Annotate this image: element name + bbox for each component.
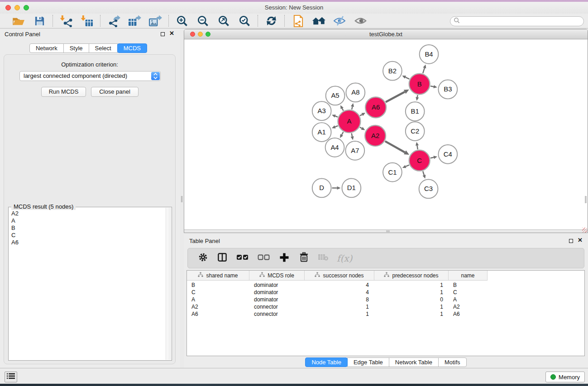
export-network-button[interactable]	[107, 14, 120, 27]
cell-name[interactable]: C	[449, 289, 488, 296]
result-item[interactable]: A	[9, 217, 166, 224]
import-table-button[interactable]	[80, 14, 94, 27]
panel-splitter[interactable]	[180, 29, 184, 368]
float-panel-icon[interactable]	[161, 32, 165, 36]
graph-edge-A-A5[interactable]	[340, 105, 344, 110]
delete-table-button[interactable]	[317, 253, 329, 264]
zoom-selected-button[interactable]	[238, 14, 251, 27]
graph-edge-D-D1[interactable]	[332, 186, 341, 190]
tab-edge-table[interactable]: Edge Table	[347, 357, 389, 367]
cell-successor-nodes[interactable]: 1	[305, 303, 374, 310]
graph-node-A2[interactable]: A2	[365, 125, 386, 146]
show-all-networks-button[interactable]	[312, 14, 325, 27]
network-window-titlebar[interactable]: testGlobe.txt	[184, 29, 588, 39]
graph-edge-A-A3[interactable]	[332, 114, 338, 118]
cell-MCDS-role[interactable]: dominator	[249, 289, 305, 296]
result-item[interactable]: B	[9, 224, 166, 232]
create-column-button[interactable]	[278, 253, 290, 264]
graph-edge-C-C3[interactable]	[423, 171, 426, 178]
cell-MCDS-role[interactable]: connector	[249, 303, 305, 310]
run-mcds-button[interactable]: Run MCDS	[41, 87, 86, 97]
graph-node-A7[interactable]: A7	[345, 141, 364, 160]
tab-select[interactable]: Select	[89, 43, 118, 53]
graph-node-B2[interactable]: B2	[383, 62, 402, 81]
table-row[interactable]: Cdominator41C	[187, 289, 584, 296]
graph-edge-B-B4[interactable]	[423, 65, 426, 73]
export-image-button[interactable]	[148, 14, 162, 27]
graph-edge-A-A1[interactable]	[332, 125, 338, 129]
result-item[interactable]: C	[9, 232, 166, 239]
result-scrollbar[interactable]	[166, 208, 171, 360]
column-header-name[interactable]: name	[449, 271, 488, 281]
graph-node-A[interactable]: A	[338, 110, 361, 133]
canvas-vscroll-mark[interactable]	[585, 196, 587, 203]
graph-edge-A-A4[interactable]	[340, 132, 343, 138]
cell-MCDS-role[interactable]: dominator	[249, 281, 305, 289]
cell-predecessor-nodes[interactable]: 0	[374, 296, 449, 303]
graph-edge-A-A2[interactable]	[360, 127, 365, 130]
task-history-button[interactable]	[5, 372, 17, 382]
column-header-MCDS-role[interactable]: MCDS role	[249, 271, 305, 281]
tab-network-table[interactable]: Network Table	[389, 357, 439, 367]
tab-mcds[interactable]: MCDS	[117, 43, 147, 53]
network-canvas[interactable]: B4B2BB3A8A5A6A3B1AC2A1A2A4A7C4CC1DD1C3	[184, 39, 588, 230]
table-row[interactable]: Bdominator41B	[187, 281, 584, 289]
hide-selected-button[interactable]	[333, 14, 346, 27]
delete-columns-button[interactable]	[298, 253, 310, 264]
cell-name[interactable]: B	[449, 281, 488, 289]
graph-node-C1[interactable]: C1	[383, 163, 402, 182]
result-item[interactable]: A6	[9, 239, 166, 246]
cell-predecessor-nodes[interactable]: 1	[374, 289, 449, 296]
graph-edge-B-B1[interactable]	[416, 95, 419, 101]
graph-node-C2[interactable]: C2	[406, 122, 425, 141]
graph-edge-A2-C[interactable]	[385, 141, 409, 155]
close-panel-icon[interactable]: ✕	[578, 237, 583, 243]
graph-node-A5[interactable]: A5	[326, 86, 345, 105]
cell-predecessor-nodes[interactable]: 1	[374, 310, 449, 318]
show-all-button[interactable]	[354, 14, 367, 27]
cell-shared-name[interactable]: C	[187, 289, 249, 296]
result-item[interactable]: A2	[9, 210, 166, 217]
graph-node-C3[interactable]: C3	[419, 180, 438, 199]
graph-edge-C-C2[interactable]	[416, 142, 419, 149]
graph-node-C4[interactable]: C4	[438, 145, 457, 164]
table-row[interactable]: A6connector11A6	[187, 310, 584, 318]
table-mode-button[interactable]	[197, 253, 209, 264]
save-session-button[interactable]	[33, 14, 46, 27]
graph-node-A3[interactable]: A3	[312, 101, 331, 120]
close-panel-button[interactable]: Close panel	[91, 87, 139, 97]
search-field[interactable]	[450, 16, 584, 26]
graph-node-C[interactable]: C	[409, 150, 430, 171]
export-table-button[interactable]	[128, 14, 141, 27]
tab-network[interactable]: Network	[29, 43, 64, 53]
graph-edge-A-A7[interactable]	[351, 133, 354, 140]
criterion-dropdown[interactable]: largest connected component (directed)	[19, 71, 161, 81]
copy-network-button[interactable]	[291, 14, 305, 27]
graph-node-A6[interactable]: A6	[365, 97, 386, 118]
graph-node-A8[interactable]: A8	[346, 83, 365, 102]
select-all-button[interactable]	[236, 253, 249, 264]
column-header-predecessor-nodes[interactable]: predecessor nodes	[374, 271, 449, 281]
graph-edge-B-B2[interactable]	[402, 76, 409, 79]
cell-MCDS-role[interactable]: connector	[249, 310, 305, 318]
deselect-all-button[interactable]	[257, 253, 271, 264]
table-row[interactable]: A2connector11A2	[187, 303, 584, 310]
graph-node-B1[interactable]: B1	[406, 102, 425, 121]
column-header-shared-name[interactable]: shared name	[187, 271, 249, 281]
tab-style[interactable]: Style	[63, 43, 89, 53]
graph-edge-A6-B[interactable]	[386, 90, 409, 102]
cell-successor-nodes[interactable]: 4	[305, 281, 374, 289]
cell-predecessor-nodes[interactable]: 1	[374, 303, 449, 310]
graph-edge-C-C1[interactable]	[402, 165, 409, 168]
import-network-button[interactable]	[59, 14, 73, 27]
window-resize-grip[interactable]	[582, 228, 587, 233]
function-builder-button[interactable]: f(x)	[337, 253, 352, 264]
graph-node-A1[interactable]: A1	[312, 123, 331, 142]
graph-edge-B-B3[interactable]	[430, 85, 437, 88]
graph-node-D1[interactable]: D1	[342, 179, 361, 198]
graph-edge-A-A6[interactable]	[360, 113, 365, 116]
graph-node-D[interactable]: D	[312, 179, 331, 198]
canvas-hscroll-mark[interactable]	[386, 230, 390, 232]
cell-name[interactable]: A	[449, 296, 488, 303]
tab-node-table[interactable]: Node Table	[305, 357, 348, 367]
